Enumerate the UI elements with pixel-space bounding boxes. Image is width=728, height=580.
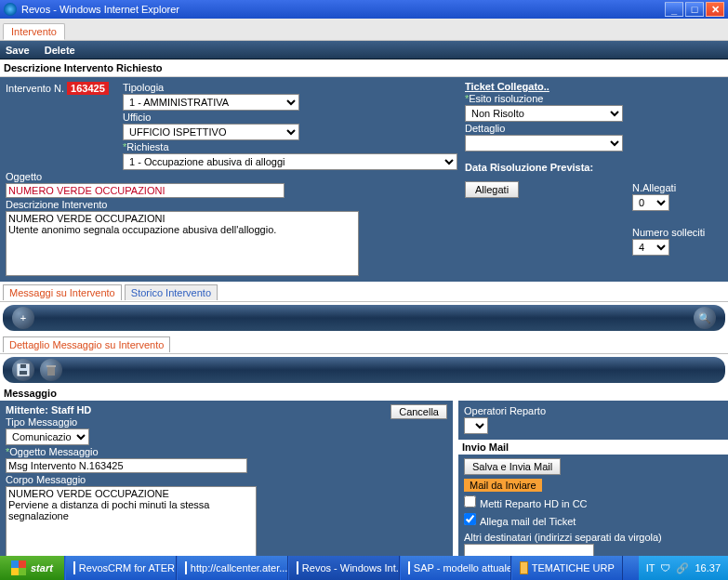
svg-rect-2 [20,364,26,368]
start-label: start [31,562,53,573]
section-messaggio-title: Messaggio [0,386,728,401]
save-detail-button[interactable] [12,359,34,381]
ie-icon [185,561,187,574]
subtab-storico[interactable]: Storico Intervento [125,284,218,300]
intervento-n-label: Intervento N. [6,83,64,94]
minimize-button[interactable]: _ [665,2,683,17]
ie-icon [4,3,17,16]
task-item-2[interactable]: http://callcenter.ater... [177,556,288,580]
section-descrizione-title: Descrizione Intervento Richiesto [0,59,728,77]
windows-taskbar: start RevosCRM for ATER ... http://callc… [0,556,728,580]
solleciti-label: Numero solleciti [632,226,705,239]
tipo-msg-select[interactable]: Comunicazione [6,428,89,445]
mail-panel: Operatori Reparto Invio Mail Salva e Inv… [458,401,728,580]
clock[interactable]: 16.37 [695,562,721,573]
save-link[interactable]: Save [6,45,30,56]
richiesta-label: Richiesta [123,140,457,153]
oggetto-input[interactable] [6,183,285,198]
action-bar: Save Delete [0,41,728,59]
tab-intervento[interactable]: Intervento [3,23,65,40]
folder-icon [520,561,528,574]
corpo-msg-label: Corpo Messaggio [6,473,447,486]
intervento-subtabs: Messaggi su Intervento Storico Intervent… [0,282,728,302]
allegati-button[interactable]: Allegati [465,181,519,198]
task-item-4[interactable]: SAP - modello attuale... [400,556,511,580]
intervento-n-value: 163425 [67,82,109,95]
message-panel: Cancella Mittente: Staff HD Tipo Messagg… [0,401,453,580]
tray-icon[interactable]: 🔗 [676,562,689,574]
tipo-msg-label: Tipo Messaggio [6,415,447,428]
system-tray[interactable]: IT 🛡 🔗 16.37 [639,556,728,580]
cc-label: Metti Reparto HD in CC [480,498,588,509]
tipologia-label: Tipologia [123,81,457,94]
window-titlebar: Revos - Windows Internet Explorer _ □ ✕ [0,0,728,19]
esito-label: Esito risoluzione [465,92,722,105]
altri-dest-label: Altri destinatari (indirizzi separati da… [464,531,722,544]
dettaglio-tabs: Dettaglio Messaggio su Intervento [0,334,728,354]
task-item-1[interactable]: RevosCRM for ATER ... [65,556,177,580]
windows-logo-icon [11,560,26,575]
section-invio-mail-title: Invio Mail [458,440,728,455]
ticket-collegato-link[interactable]: Ticket Collegato.. [465,81,722,92]
oggetto-label: Oggetto [6,170,457,183]
n-allegati-select[interactable]: 0 [632,194,669,211]
cancella-button[interactable]: Cancella [390,404,447,419]
mittente-label: Mittente: Staff HD [6,404,91,415]
operatori-label: Operatori Reparto [464,404,722,417]
task-item-5[interactable]: TEMATICHE URP [511,556,623,580]
ie-icon [73,561,75,574]
svg-rect-1 [20,371,27,375]
ogg-msg-label: Oggetto Messaggio [6,445,447,458]
cc-checkbox[interactable] [464,495,476,508]
salva-invia-button[interactable]: Salva e Invia Mail [464,458,561,475]
add-message-button[interactable]: + [12,307,34,329]
start-button[interactable]: start [0,556,65,580]
operatori-select[interactable] [464,417,488,434]
solleciti-select[interactable]: 4 [632,239,669,256]
svg-rect-3 [47,367,55,376]
word-icon [408,561,410,574]
task-item-3[interactable]: Revos - Windows Int... [288,556,400,580]
window-title: Revos - Windows Internet Explorer [21,4,665,15]
n-allegati-label: N.Allegati [632,181,705,194]
allega-label: Allega mail del Ticket [480,516,576,527]
allega-checkbox[interactable] [464,513,476,525]
page-tabs: Intervento [0,19,728,41]
subtab-dettaglio[interactable]: Dettaglio Messaggio su Intervento [3,336,170,352]
data-risoluzione-label: Data Risoluzione Prevista: [465,161,722,174]
tray-icon[interactable]: 🛡 [660,562,670,573]
descrizione-textarea[interactable]: NUMERO VERDE OCCUPAZIONI Utente anonimo … [6,211,359,276]
delete-link[interactable]: Delete [45,45,75,56]
close-button[interactable]: ✕ [706,2,724,17]
subtab-messaggi[interactable]: Messaggi su Intervento [3,284,122,300]
delete-detail-button[interactable] [40,359,62,381]
lang-indicator[interactable]: IT [646,562,655,573]
intervento-form: Intervento N. 163425 Tipologia 1 - AMMIN… [0,77,728,282]
ufficio-select[interactable]: UFFICIO ISPETTIVO [123,124,299,140]
detail-toolbar [3,357,725,383]
dettaglio-label: Dettaglio [465,122,722,135]
svg-rect-4 [46,365,56,367]
mail-da-inviare-badge: Mail da Inviare [464,479,542,492]
esito-select[interactable]: Non Risolto [465,105,623,122]
ufficio-label: Ufficio [123,111,457,124]
dettaglio-select[interactable] [465,135,623,152]
ie-icon [297,561,298,574]
tipologia-select[interactable]: 1 - AMMINISTRATIVA [123,94,299,111]
search-message-button[interactable]: 🔍 [694,307,716,329]
ogg-msg-input[interactable] [6,458,247,473]
richiesta-select[interactable]: 1 - Occupazione abusiva di alloggi [123,153,457,170]
maximize-button[interactable]: □ [685,2,704,17]
messages-toolbar: + 🔍 [3,305,725,331]
descrizione-label: Descrizione Intervento [6,198,457,211]
